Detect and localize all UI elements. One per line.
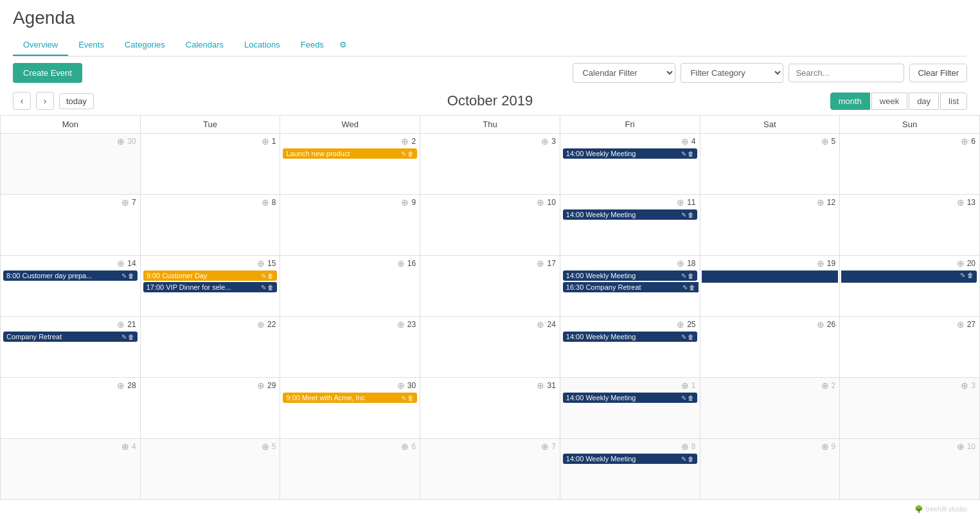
edit-icon[interactable]: ✎ [682,284,688,291]
delete-icon[interactable]: 🗑 [688,211,694,218]
day-add-icon[interactable]: ⊕ [117,258,125,269]
day-add-icon[interactable]: ⊕ [397,319,405,330]
day-add-icon[interactable]: ⊕ [117,136,125,146]
day-add-icon[interactable]: ⊕ [117,319,125,330]
day-add-icon[interactable]: ⊕ [257,380,265,391]
delete-icon[interactable]: 🗑 [407,394,414,402]
nav-tab-categories[interactable]: Categories [114,35,175,56]
day-add-icon[interactable]: ⊕ [677,258,684,269]
day-add-icon[interactable]: ⊕ [821,441,829,452]
event-retreat2[interactable]: Company Retreat✎🗑 [3,332,138,342]
day-add-icon[interactable]: ⊕ [257,319,265,330]
day-add-icon[interactable]: ⊕ [681,380,689,391]
edit-icon[interactable]: ✎ [681,456,686,463]
day-add-icon[interactable]: ⊕ [262,136,269,146]
view-list-button[interactable]: list [940,93,967,110]
event-launch[interactable]: Launch new product✎🗑 [283,148,417,159]
day-add-icon[interactable]: ⊕ [961,380,968,391]
day-add-icon[interactable]: ⊕ [957,197,965,208]
delete-icon[interactable]: 🗑 [407,150,414,157]
day-add-icon[interactable]: ⊕ [957,319,965,330]
nav-tab-calendars[interactable]: Calendars [175,35,234,56]
event-vip[interactable]: 17:00 VIP Dinner for sele...✎🗑 [143,282,278,292]
day-add-icon[interactable]: ⊕ [117,380,125,391]
edit-icon[interactable]: ✎ [960,272,965,279]
event-weekly5[interactable]: 14:00 Weekly Meeting✎🗑 [563,393,697,403]
day-add-icon[interactable]: ⊕ [257,258,265,269]
settings-gear-icon[interactable]: ⚙ [334,35,352,56]
delete-icon[interactable]: 🗑 [688,150,694,157]
event-weekly3[interactable]: 14:00 Weekly Meeting✎🗑 [563,270,697,281]
event-weekly4[interactable]: 14:00 Weekly Meeting✎🗑 [563,332,697,342]
day-add-icon[interactable]: ⊕ [262,197,269,208]
delete-icon[interactable]: 🗑 [688,333,694,341]
delete-icon[interactable]: 🗑 [967,272,974,279]
delete-icon[interactable]: 🗑 [689,284,695,291]
day-add-icon[interactable]: ⊕ [677,197,684,208]
day-add-icon[interactable]: ⊕ [817,258,824,269]
day-add-icon[interactable]: ⊕ [537,197,544,208]
view-day-button[interactable]: day [909,93,939,110]
nav-tab-feeds[interactable]: Feeds [290,35,334,56]
day-add-icon[interactable]: ⊕ [821,136,829,146]
edit-icon[interactable]: ✎ [681,272,686,279]
delete-icon[interactable]: 🗑 [128,333,134,341]
day-add-icon[interactable]: ⊕ [397,380,405,391]
edit-icon[interactable]: ✎ [261,284,266,291]
event-weekly2[interactable]: 14:00 Weekly Meeting✎🗑 [563,209,697,220]
event-custprep[interactable]: 8:00 Customer day prepa...✎🗑 [3,270,138,281]
event-weekly6[interactable]: 14:00 Weekly Meeting✎🗑 [563,454,697,464]
day-add-icon[interactable]: ⊕ [957,258,965,269]
edit-icon[interactable]: ✎ [121,272,127,279]
delete-icon[interactable]: 🗑 [688,394,694,402]
edit-icon[interactable]: ✎ [681,394,686,402]
edit-icon[interactable]: ✎ [261,272,266,279]
day-add-icon[interactable]: ⊕ [401,441,409,452]
day-add-icon[interactable]: ⊕ [262,441,269,452]
day-add-icon[interactable]: ⊕ [541,441,549,452]
edit-icon[interactable]: ✎ [681,211,686,218]
day-add-icon[interactable]: ⊕ [537,380,544,391]
search-input[interactable] [788,64,904,82]
day-add-icon[interactable]: ⊕ [961,136,968,146]
day-add-icon[interactable]: ⊕ [401,197,409,208]
today-button[interactable]: today [59,93,94,109]
edit-icon[interactable]: ✎ [121,333,127,341]
day-add-icon[interactable]: ⊕ [817,319,824,330]
day-add-icon[interactable]: ⊕ [401,136,409,146]
delete-icon[interactable]: 🗑 [688,272,694,279]
delete-icon[interactable]: 🗑 [267,272,274,279]
nav-tab-events[interactable]: Events [68,35,114,56]
day-add-icon[interactable]: ⊕ [821,380,829,391]
day-add-icon[interactable]: ⊕ [817,197,824,208]
view-week-button[interactable]: week [871,93,907,110]
edit-icon[interactable]: ✎ [681,333,686,341]
category-filter-select[interactable]: Filter Category [681,63,783,83]
create-event-button[interactable]: Create Event [13,63,82,83]
day-add-icon[interactable]: ⊕ [541,136,549,146]
event-acme[interactable]: 9:00 Meet with Acme, Inc✎🗑 [283,393,417,403]
day-add-icon[interactable]: ⊕ [537,319,544,330]
day-add-icon[interactable]: ⊕ [397,258,405,269]
delete-icon[interactable]: 🗑 [688,456,694,463]
nav-tab-overview[interactable]: Overview [13,35,68,56]
day-add-icon[interactable]: ⊕ [121,441,129,452]
event-custday[interactable]: 9:00 Customer Day✎🗑 [143,270,278,281]
nav-tab-locations[interactable]: Locations [234,35,290,56]
edit-icon[interactable]: ✎ [681,150,686,157]
view-month-button[interactable]: month [830,93,870,110]
event-retreat1[interactable]: 16:30 Company Retreat✎🗑 [563,282,699,292]
day-add-icon[interactable]: ⊕ [681,136,689,146]
delete-icon[interactable]: 🗑 [128,272,134,279]
edit-icon[interactable]: ✎ [401,394,406,402]
prev-button[interactable]: ‹ [13,92,31,110]
day-add-icon[interactable]: ⊕ [957,441,965,452]
clear-filter-button[interactable]: Clear Filter [909,64,967,82]
day-add-icon[interactable]: ⊕ [681,441,689,452]
event-weekly1[interactable]: 14:00 Weekly Meeting✎🗑 [563,148,697,159]
day-add-icon[interactable]: ⊕ [677,319,684,330]
day-add-icon[interactable]: ⊕ [121,197,129,208]
day-add-icon[interactable]: ⊕ [537,258,544,269]
delete-icon[interactable]: 🗑 [267,284,274,291]
edit-icon[interactable]: ✎ [401,150,406,157]
